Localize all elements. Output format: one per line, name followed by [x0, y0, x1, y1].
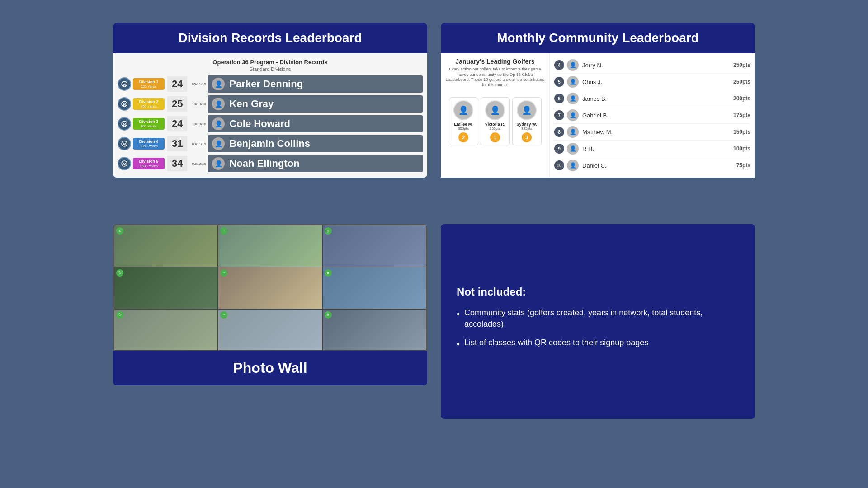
division-records-subtitle: Operation 36 Program - Division Records	[118, 59, 423, 66]
photo-icon-1: ↻	[116, 227, 123, 235]
score-box-1: 24	[167, 76, 187, 92]
lb-rank-5: 9	[554, 144, 564, 154]
score-box-2: 25	[167, 96, 187, 112]
division-leaderboard-title: Division Records Leaderboard	[113, 23, 427, 53]
photo-wall-footer: Photo Wall	[113, 351, 427, 385]
podium-card-3: 👤 Sydney W. 325pts 3	[512, 97, 542, 145]
lb-avatar-6: 👤	[567, 160, 579, 171]
div-badge-4: 36	[118, 137, 131, 150]
div-label-1: Division 1 225 Yards	[133, 78, 165, 90]
svg-text:36: 36	[123, 143, 126, 146]
div-badge-5: 36	[118, 157, 131, 170]
jan-title: January's Leading Golfers	[455, 58, 534, 65]
division-row-5: 36 Division 5 1800 Yards 34 03/18/18 👤 N…	[118, 155, 423, 172]
svg-text:36: 36	[123, 83, 126, 86]
photo-cell-7: ↻	[114, 309, 218, 351]
lb-row-5: 9 👤 R H. 100pts	[554, 141, 750, 157]
lb-rank-0: 4	[554, 60, 564, 70]
podium-item-2: 👤 Emilee M. 350pts 2	[449, 97, 478, 145]
lb-pts-0: 250pts	[733, 62, 750, 68]
photo-cell-3: ⊕	[322, 225, 426, 267]
photo-cell-4: ↻	[114, 267, 218, 309]
player-name-4: Benjamin Collins	[229, 138, 310, 150]
player-row-2: 👤 Ken Gray	[208, 95, 423, 113]
jan-desc: Every action our golfers take to improve…	[445, 67, 545, 88]
not-included-list: •Community stats (golfers created, years…	[457, 307, 739, 357]
div-badge-3: 36	[118, 117, 131, 131]
podium-name-2: Emilee M.	[454, 122, 473, 127]
lb-rank-2: 6	[554, 94, 564, 103]
lb-pts-2: 200pts	[733, 95, 750, 102]
lb-pts-4: 150pts	[733, 129, 750, 135]
div-label-3: Division 3 900 Yards	[133, 118, 165, 130]
lb-name-2: James B.	[582, 95, 733, 102]
photo-icon-5: →	[220, 269, 227, 277]
photo-icon-3: ⊕	[325, 227, 332, 235]
podium-name-1: Victoria R.	[485, 122, 505, 127]
photo-icon-7: ↻	[116, 311, 123, 319]
podium-rank-3: 3	[522, 132, 532, 142]
division-row-3: 36 Division 3 900 Yards 24 10/13/18 👤 Co…	[118, 115, 423, 132]
podium-item-3: 👤 Sydney W. 325pts 3	[512, 97, 542, 145]
not-included-item-2: •List of classes with QR codes to their …	[457, 337, 739, 350]
lb-rank-1: 5	[554, 77, 564, 87]
division-leaderboard-content: Operation 36 Program - Division Records …	[113, 53, 427, 178]
lb-avatar-1: 👤	[567, 76, 579, 88]
div-label-4: Division 4 1350 Yards	[133, 138, 165, 150]
player-name-3: Cole Howard	[229, 118, 290, 130]
player-row-5: 👤 Noah Ellington	[208, 155, 423, 172]
podium-card-2: 👤 Emilee M. 350pts 2	[449, 97, 478, 145]
division-row-4: 36 Division 4 1350 Yards 31 03/11/15 👤 B…	[118, 135, 423, 152]
svg-text:36: 36	[123, 123, 126, 126]
division-row-2: 36 Division 2 450 Yards 25 10/13/18 👤 Ke…	[118, 95, 423, 113]
lb-name-5: R H.	[582, 145, 733, 152]
player-name-2: Ken Gray	[229, 98, 274, 110]
community-right: 4 👤 Jerry N. 250pts 5 👤 Chris J. 250pts …	[549, 53, 755, 178]
community-leaderboard-title: Monthly Community Leaderboard	[441, 23, 755, 53]
lb-pts-6: 75pts	[736, 162, 750, 169]
lb-row-4: 8 👤 Matthew M. 150pts	[554, 124, 750, 141]
lb-row-1: 5 👤 Chris J. 250pts	[554, 74, 750, 90]
photo-cell-1: ↻	[114, 225, 218, 267]
photo-icon-6: ⊕	[325, 269, 332, 277]
not-included-panel: Not included: •Community stats (golfers …	[441, 224, 755, 418]
lb-row-3: 7 👤 Gabriel B. 175pts	[554, 107, 750, 124]
lb-avatar-5: 👤	[567, 143, 579, 155]
player-avatar-5: 👤	[212, 157, 225, 170]
division-rows: 36 Division 1 225 Yards 24 05/11/19 👤 Pa…	[118, 75, 423, 172]
main-container: Division Records Leaderboard Operation 3…	[0, 0, 868, 488]
photo-cell-6: ⊕	[322, 267, 426, 309]
lb-row-6: 10 👤 Daniel C. 75pts	[554, 157, 750, 174]
div-label-5: Division 5 1800 Yards	[133, 158, 165, 169]
division-records-inner: Operation 36 Program - Division Records …	[113, 53, 427, 178]
podium-pts-1: 355pts	[490, 127, 500, 131]
lb-row-2: 6 👤 James B. 200pts	[554, 90, 750, 107]
div-date-4: 03/11/15	[192, 142, 208, 146]
community-leaderboard-panel: Monthly Community Leaderboard January's …	[441, 23, 755, 211]
player-avatar-2: 👤	[212, 98, 225, 110]
score-box-5: 34	[167, 156, 187, 171]
photo-grid: ↻→⊕↻→⊕↻→⊕	[113, 224, 427, 351]
lb-name-4: Matthew M.	[582, 129, 733, 136]
photo-icon-9: ⊕	[325, 311, 332, 319]
player-avatar-3: 👤	[212, 117, 225, 130]
division-row-1: 36 Division 1 225 Yards 24 05/11/19 👤 Pa…	[118, 75, 423, 93]
not-included-item-1: •Community stats (golfers created, years…	[457, 307, 739, 330]
svg-text:36: 36	[123, 163, 126, 166]
bullet-1: •	[457, 308, 460, 320]
photo-cell-5: →	[218, 267, 322, 309]
lb-row-0: 4 👤 Jerry N. 250pts	[554, 57, 750, 74]
player-avatar-4: 👤	[212, 137, 225, 150]
player-name-1: Parker Denning	[229, 78, 303, 90]
player-row-3: 👤 Cole Howard	[208, 115, 423, 132]
div-date-3: 10/13/18	[192, 122, 208, 126]
div-label-2: Division 2 450 Yards	[133, 98, 165, 110]
podium-item-1: 👤 Victoria R. 355pts 1	[481, 97, 510, 145]
photo-wall-panel: ↻→⊕↻→⊕↻→⊕ Photo Wall	[113, 224, 427, 418]
lb-avatar-2: 👤	[567, 93, 579, 104]
lb-avatar-3: 👤	[567, 109, 579, 121]
lb-pts-1: 250pts	[733, 79, 750, 85]
podium-avatar-2: 👤	[453, 100, 473, 120]
player-row-1: 👤 Parker Denning	[208, 75, 423, 93]
div-date-1: 05/11/19	[192, 82, 208, 86]
